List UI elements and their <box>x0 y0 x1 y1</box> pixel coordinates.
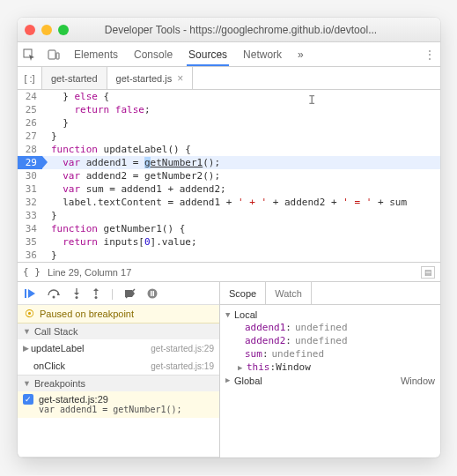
line-number[interactable]: 30 <box>18 169 42 182</box>
tab-scope[interactable]: Scope <box>220 282 266 304</box>
scope-watch-tabs: Scope Watch <box>220 282 440 305</box>
step-over-icon[interactable] <box>48 288 62 299</box>
code-line[interactable]: var addend1 = getNumber1(); <box>42 156 440 169</box>
titlebar: Developer Tools - https://googlechrome.g… <box>18 18 440 42</box>
scope-tree[interactable]: ▼Local addend1: undefinedaddend2: undefi… <box>220 305 440 457</box>
checkbox-checked-icon[interactable]: ✓ <box>23 394 33 405</box>
text-cursor-icon: 𝙸 <box>308 93 315 107</box>
triangle-right-icon[interactable]: ▶ <box>238 363 247 372</box>
breakpoint-code: var addend1 = getNumber1(); <box>18 405 219 418</box>
pretty-print-icon[interactable]: { } <box>23 266 41 278</box>
navigator-toggle-icon[interactable]: [ :] <box>18 67 42 89</box>
scope-variable[interactable]: addend1: undefined <box>245 321 435 334</box>
line-number[interactable]: 24 <box>18 90 42 103</box>
debugger-pane: | ⦿ Paused on breakpoint ▼Call Stack ▶ u… <box>18 281 440 457</box>
svg-point-10 <box>148 288 158 298</box>
line-number[interactable]: 26 <box>18 116 42 130</box>
code-line[interactable]: } <box>42 116 440 130</box>
call-stack-header[interactable]: ▼Call Stack <box>18 324 219 339</box>
tab-network[interactable]: Network <box>241 43 284 65</box>
file-tab-get-started[interactable]: get-started <box>42 67 107 89</box>
code-line[interactable]: return inputs[0].value; <box>42 235 440 249</box>
triangle-down-icon: ▼ <box>23 327 31 336</box>
svg-rect-3 <box>25 289 26 298</box>
window-title: Developer Tools - https://googlechrome.g… <box>75 24 433 36</box>
code-line[interactable]: function updateLabel() { <box>42 143 440 156</box>
triangle-right-icon[interactable]: ▶ <box>225 376 234 386</box>
line-number[interactable]: 33 <box>18 209 42 222</box>
call-stack-frame[interactable]: onClickget-started.js:19 <box>18 357 219 375</box>
close-button[interactable] <box>25 25 35 35</box>
device-icon[interactable] <box>48 48 60 61</box>
svg-rect-12 <box>153 291 155 296</box>
tab-sources[interactable]: Sources <box>187 43 229 66</box>
scope-variable[interactable]: addend2: undefined <box>245 334 435 347</box>
code-line[interactable]: label.textContent = addend1 + ' + ' + ad… <box>42 196 440 209</box>
triangle-down-icon[interactable]: ▼ <box>225 310 234 319</box>
minimize-button[interactable] <box>41 25 52 35</box>
paused-banner: ⦿ Paused on breakpoint <box>18 305 219 324</box>
inspect-icon[interactable] <box>23 48 35 61</box>
tabs-overflow-icon[interactable]: » <box>298 48 304 61</box>
pause-exceptions-icon[interactable] <box>147 288 158 299</box>
debug-controls: | <box>18 282 219 305</box>
svg-rect-11 <box>151 291 152 296</box>
breakpoints-header[interactable]: ▼Breakpoints <box>18 376 219 391</box>
step-into-icon[interactable] <box>72 288 81 299</box>
devtools-window: Developer Tools - https://googlechrome.g… <box>18 18 440 457</box>
scope-variable[interactable]: sum: undefined <box>245 347 435 361</box>
line-number[interactable]: 25 <box>18 103 42 116</box>
line-number[interactable]: 32 <box>18 196 42 209</box>
code-line[interactable]: } <box>42 130 440 143</box>
step-out-icon[interactable] <box>92 288 100 299</box>
close-icon[interactable]: × <box>177 72 183 85</box>
file-tabs: [ :] get-started get-started.js× <box>18 67 440 90</box>
info-icon: ⦿ <box>25 309 34 319</box>
code-line[interactable]: var addend2 = getNumber2(); <box>42 169 440 182</box>
code-line[interactable]: return false; <box>42 103 440 116</box>
resume-icon[interactable] <box>25 288 37 299</box>
svg-point-4 <box>53 295 55 298</box>
maximize-button[interactable] <box>58 25 69 35</box>
svg-rect-1 <box>48 50 55 59</box>
line-number[interactable]: 34 <box>18 222 42 235</box>
line-number[interactable]: 27 <box>18 130 42 143</box>
triangle-down-icon: ▼ <box>23 379 31 388</box>
tab-console[interactable]: Console <box>132 43 174 65</box>
file-tab-get-started-js[interactable]: get-started.js× <box>107 67 194 89</box>
code-line[interactable]: } <box>42 209 440 222</box>
line-number[interactable]: 28 <box>18 143 42 156</box>
panel-tabs: Elements Console Sources Network » ⋮ <box>18 42 440 67</box>
code-line[interactable]: var sum = addend1 + addend2; <box>42 182 440 196</box>
editor-statusbar: { } Line 29, Column 17 ▤ <box>18 262 440 281</box>
breakpoint-item[interactable]: ✓ get-started.js:29 <box>18 391 219 405</box>
line-number[interactable]: 31 <box>18 182 42 196</box>
coverage-icon[interactable]: ▤ <box>421 266 435 279</box>
svg-rect-2 <box>56 53 59 59</box>
svg-point-6 <box>76 296 78 299</box>
svg-point-8 <box>95 296 98 299</box>
call-stack-frame[interactable]: ▶ updateLabelget-started.js:29 <box>18 339 219 357</box>
tab-elements[interactable]: Elements <box>72 43 120 65</box>
line-number[interactable]: 36 <box>18 249 42 262</box>
code-editor[interactable]: 𝙸 24 } else {25 return false;26 }27}28fu… <box>18 90 440 262</box>
line-number[interactable]: 29 <box>18 156 42 169</box>
code-line[interactable]: function getNumber1() { <box>42 222 440 235</box>
tab-watch[interactable]: Watch <box>266 282 312 304</box>
code-line[interactable]: } else { <box>42 90 440 103</box>
code-line[interactable]: } <box>42 249 440 262</box>
cursor-position: Line 29, Column 17 <box>48 267 131 278</box>
line-number[interactable]: 35 <box>18 235 42 249</box>
menu-icon[interactable]: ⋮ <box>424 48 435 61</box>
deactivate-breakpoints-icon[interactable] <box>124 288 136 299</box>
